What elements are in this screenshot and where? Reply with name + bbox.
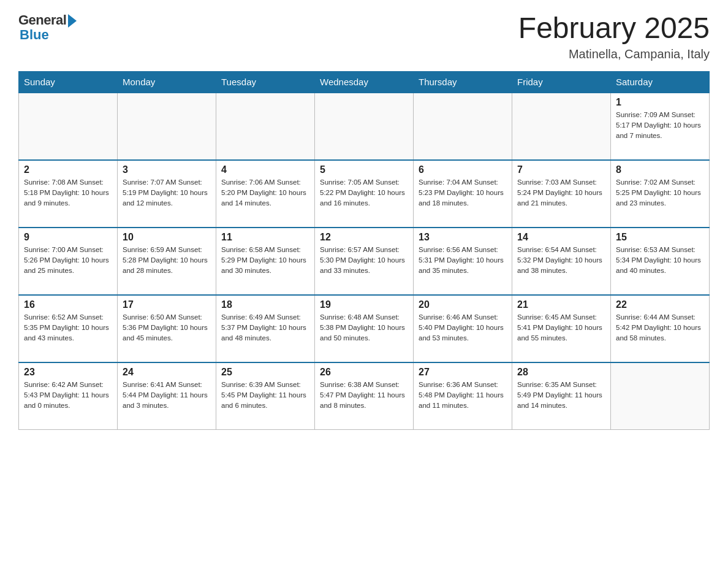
day-number: 20	[419, 299, 507, 310]
calendar-day-cell: 8Sunrise: 7:02 AM Sunset: 5:25 PM Daylig…	[611, 160, 710, 228]
day-number: 5	[320, 164, 408, 175]
day-info: Sunrise: 7:03 AM Sunset: 5:24 PM Dayligh…	[517, 177, 605, 209]
calendar-day-cell: 1Sunrise: 7:09 AM Sunset: 5:17 PM Daylig…	[611, 93, 710, 160]
day-number: 28	[517, 367, 605, 378]
calendar-day-cell: 28Sunrise: 6:35 AM Sunset: 5:49 PM Dayli…	[512, 362, 611, 430]
day-info: Sunrise: 7:04 AM Sunset: 5:23 PM Dayligh…	[419, 177, 507, 209]
day-number: 8	[616, 164, 704, 175]
day-info: Sunrise: 6:57 AM Sunset: 5:30 PM Dayligh…	[320, 245, 408, 277]
day-info: Sunrise: 6:41 AM Sunset: 5:44 PM Dayligh…	[123, 380, 211, 412]
day-number: 2	[24, 164, 112, 175]
day-info: Sunrise: 6:49 AM Sunset: 5:37 PM Dayligh…	[221, 312, 309, 344]
day-info: Sunrise: 7:02 AM Sunset: 5:25 PM Dayligh…	[616, 177, 704, 209]
day-info: Sunrise: 7:06 AM Sunset: 5:20 PM Dayligh…	[221, 177, 309, 209]
calendar-day-cell: 18Sunrise: 6:49 AM Sunset: 5:37 PM Dayli…	[216, 295, 315, 362]
day-number: 9	[24, 232, 112, 243]
calendar-day-cell	[611, 362, 710, 430]
day-of-week-header: Sunday	[19, 71, 118, 93]
day-info: Sunrise: 6:50 AM Sunset: 5:36 PM Dayligh…	[123, 312, 211, 344]
day-info: Sunrise: 6:42 AM Sunset: 5:43 PM Dayligh…	[24, 380, 112, 412]
day-info: Sunrise: 6:54 AM Sunset: 5:32 PM Dayligh…	[517, 245, 605, 277]
calendar-week-row: 16Sunrise: 6:52 AM Sunset: 5:35 PM Dayli…	[19, 295, 710, 362]
calendar-day-cell	[19, 93, 118, 160]
day-number: 6	[419, 164, 507, 175]
day-of-week-header: Wednesday	[315, 71, 414, 93]
day-info: Sunrise: 6:44 AM Sunset: 5:42 PM Dayligh…	[616, 312, 704, 344]
calendar-day-cell: 16Sunrise: 6:52 AM Sunset: 5:35 PM Dayli…	[19, 295, 118, 362]
logo-blue-text: Blue	[20, 27, 49, 43]
calendar-day-cell: 5Sunrise: 7:05 AM Sunset: 5:22 PM Daylig…	[315, 160, 414, 228]
day-number: 4	[221, 164, 309, 175]
title-block: February 2025 Matinella, Campania, Italy	[518, 12, 710, 61]
logo-general-text: General	[18, 12, 66, 28]
calendar-location: Matinella, Campania, Italy	[518, 47, 710, 61]
calendar-week-row: 1Sunrise: 7:09 AM Sunset: 5:17 PM Daylig…	[19, 93, 710, 160]
calendar-day-cell: 14Sunrise: 6:54 AM Sunset: 5:32 PM Dayli…	[512, 228, 611, 295]
day-number: 25	[221, 367, 309, 378]
day-number: 16	[24, 299, 112, 310]
calendar-day-cell: 24Sunrise: 6:41 AM Sunset: 5:44 PM Dayli…	[118, 362, 216, 430]
page-header: General Blue February 2025 Matinella, Ca…	[18, 12, 710, 61]
calendar-day-cell: 26Sunrise: 6:38 AM Sunset: 5:47 PM Dayli…	[315, 362, 414, 430]
day-number: 10	[123, 232, 211, 243]
day-of-week-header: Saturday	[611, 71, 710, 93]
day-number: 18	[221, 299, 309, 310]
day-info: Sunrise: 6:39 AM Sunset: 5:45 PM Dayligh…	[221, 380, 309, 412]
calendar-day-cell: 15Sunrise: 6:53 AM Sunset: 5:34 PM Dayli…	[611, 228, 710, 295]
calendar-day-cell: 20Sunrise: 6:46 AM Sunset: 5:40 PM Dayli…	[414, 295, 512, 362]
day-info: Sunrise: 6:35 AM Sunset: 5:49 PM Dayligh…	[517, 380, 605, 412]
calendar-day-cell: 22Sunrise: 6:44 AM Sunset: 5:42 PM Dayli…	[611, 295, 710, 362]
day-of-week-header: Thursday	[414, 71, 512, 93]
day-number: 23	[24, 367, 112, 378]
calendar-week-row: 23Sunrise: 6:42 AM Sunset: 5:43 PM Dayli…	[19, 362, 710, 430]
day-number: 19	[320, 299, 408, 310]
day-number: 24	[123, 367, 211, 378]
calendar-day-cell: 27Sunrise: 6:36 AM Sunset: 5:48 PM Dayli…	[414, 362, 512, 430]
calendar-day-cell: 2Sunrise: 7:08 AM Sunset: 5:18 PM Daylig…	[19, 160, 118, 228]
day-info: Sunrise: 7:08 AM Sunset: 5:18 PM Dayligh…	[24, 177, 112, 209]
day-info: Sunrise: 6:48 AM Sunset: 5:38 PM Dayligh…	[320, 312, 408, 344]
day-info: Sunrise: 7:07 AM Sunset: 5:19 PM Dayligh…	[123, 177, 211, 209]
calendar-day-cell: 19Sunrise: 6:48 AM Sunset: 5:38 PM Dayli…	[315, 295, 414, 362]
day-number: 14	[517, 232, 605, 243]
day-number: 12	[320, 232, 408, 243]
day-info: Sunrise: 6:52 AM Sunset: 5:35 PM Dayligh…	[24, 312, 112, 344]
calendar-day-cell: 10Sunrise: 6:59 AM Sunset: 5:28 PM Dayli…	[118, 228, 216, 295]
day-info: Sunrise: 6:59 AM Sunset: 5:28 PM Dayligh…	[123, 245, 211, 277]
calendar-day-cell: 23Sunrise: 6:42 AM Sunset: 5:43 PM Dayli…	[19, 362, 118, 430]
calendar-day-cell: 9Sunrise: 7:00 AM Sunset: 5:26 PM Daylig…	[19, 228, 118, 295]
day-info: Sunrise: 6:58 AM Sunset: 5:29 PM Dayligh…	[221, 245, 309, 277]
calendar-week-row: 2Sunrise: 7:08 AM Sunset: 5:18 PM Daylig…	[19, 160, 710, 228]
day-info: Sunrise: 6:36 AM Sunset: 5:48 PM Dayligh…	[419, 380, 507, 412]
calendar-day-cell: 3Sunrise: 7:07 AM Sunset: 5:19 PM Daylig…	[118, 160, 216, 228]
day-info: Sunrise: 6:56 AM Sunset: 5:31 PM Dayligh…	[419, 245, 507, 277]
calendar-day-cell: 6Sunrise: 7:04 AM Sunset: 5:23 PM Daylig…	[414, 160, 512, 228]
calendar-day-cell: 12Sunrise: 6:57 AM Sunset: 5:30 PM Dayli…	[315, 228, 414, 295]
day-info: Sunrise: 7:05 AM Sunset: 5:22 PM Dayligh…	[320, 177, 408, 209]
calendar-day-cell	[414, 93, 512, 160]
day-number: 22	[616, 299, 704, 310]
day-number: 11	[221, 232, 309, 243]
day-info: Sunrise: 6:46 AM Sunset: 5:40 PM Dayligh…	[419, 312, 507, 344]
day-number: 27	[419, 367, 507, 378]
day-number: 21	[517, 299, 605, 310]
day-info: Sunrise: 7:00 AM Sunset: 5:26 PM Dayligh…	[24, 245, 112, 277]
day-number: 17	[123, 299, 211, 310]
day-number: 1	[616, 97, 704, 108]
calendar-day-cell	[216, 93, 315, 160]
day-info: Sunrise: 6:53 AM Sunset: 5:34 PM Dayligh…	[616, 245, 704, 277]
day-number: 15	[616, 232, 704, 243]
day-info: Sunrise: 7:09 AM Sunset: 5:17 PM Dayligh…	[616, 110, 704, 142]
calendar-day-cell: 25Sunrise: 6:39 AM Sunset: 5:45 PM Dayli…	[216, 362, 315, 430]
calendar-day-cell: 13Sunrise: 6:56 AM Sunset: 5:31 PM Dayli…	[414, 228, 512, 295]
calendar-day-cell: 11Sunrise: 6:58 AM Sunset: 5:29 PM Dayli…	[216, 228, 315, 295]
calendar-title: February 2025	[518, 12, 710, 45]
day-of-week-header: Monday	[118, 71, 216, 93]
calendar-day-cell	[118, 93, 216, 160]
logo-arrow-icon	[68, 14, 77, 28]
calendar-week-row: 9Sunrise: 7:00 AM Sunset: 5:26 PM Daylig…	[19, 228, 710, 295]
day-number: 7	[517, 164, 605, 175]
calendar-header-row: SundayMondayTuesdayWednesdayThursdayFrid…	[19, 71, 710, 93]
day-number: 26	[320, 367, 408, 378]
calendar-table: SundayMondayTuesdayWednesdayThursdayFrid…	[18, 71, 710, 431]
